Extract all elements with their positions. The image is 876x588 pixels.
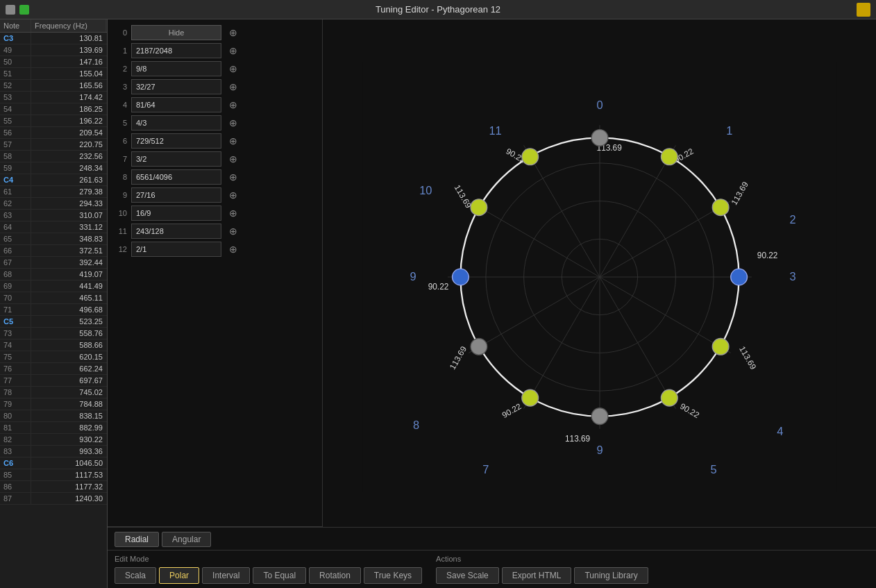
- svg-point-45: [730, 269, 747, 285]
- svg-point-48: [591, 408, 608, 424]
- note-cell-freq: 441.49: [31, 280, 106, 292]
- ratio-row: 11⊕: [115, 224, 323, 239]
- note-row: 54186.25: [0, 103, 107, 115]
- ratio-input[interactable]: [131, 242, 221, 257]
- note-row: 83993.36: [0, 446, 107, 457]
- ratio-toggle-icon[interactable]: ⊕: [226, 133, 241, 149]
- bottom-section: RadialAngular Edit Mode ScalaPolarInterv…: [108, 527, 876, 588]
- note-cell-note: 71: [0, 304, 31, 315]
- ratio-input[interactable]: [131, 79, 221, 94]
- svg-point-50: [471, 338, 487, 355]
- note-row: 50147.16: [0, 56, 107, 68]
- note-row: 55196.22: [0, 115, 107, 127]
- svg-text:90.22: 90.22: [428, 282, 448, 292]
- note-list[interactable]: Note Frequency (Hz) C3130.8149139.695014…: [0, 19, 108, 588]
- note-cell-note: 75: [0, 351, 31, 362]
- note-row: 52165.56: [0, 80, 107, 92]
- ratio-input[interactable]: [131, 205, 221, 221]
- ratio-toggle-icon[interactable]: ⊕: [226, 43, 241, 58]
- action-btn-export-html[interactable]: Export HTML: [502, 567, 572, 584]
- bottom-tab-angular[interactable]: Angular: [162, 532, 211, 547]
- maximize-button[interactable]: [19, 5, 29, 15]
- ratio-index: 2: [115, 65, 127, 73]
- note-cell-freq: 496.68: [31, 304, 106, 315]
- ratio-toggle-icon[interactable]: ⊕: [226, 25, 241, 40]
- ratio-input[interactable]: [131, 133, 221, 149]
- close-button[interactable]: [6, 5, 15, 15]
- ratio-toggle-icon[interactable]: ⊕: [226, 242, 241, 257]
- note-cell-freq: 130.81: [31, 33, 106, 44]
- note-row: 59248.34: [0, 162, 107, 174]
- note-cell-note: 62: [0, 198, 31, 209]
- ratio-toggle-icon[interactable]: ⊕: [226, 97, 241, 112]
- ratio-toggle-icon[interactable]: ⊕: [226, 115, 241, 131]
- note-cell-freq: 392.44: [31, 257, 106, 268]
- ratio-index: 10: [115, 209, 127, 217]
- action-btn-tuning-library[interactable]: Tuning Library: [574, 567, 648, 584]
- note-cell-freq: 930.22: [31, 434, 106, 445]
- note-cell-note: 83: [0, 446, 31, 457]
- note-cell-note: 63: [0, 210, 31, 221]
- action-btn-save-scale[interactable]: Save Scale: [436, 567, 499, 584]
- ratio-input[interactable]: [131, 151, 221, 167]
- note-cell-note: 87: [0, 493, 31, 504]
- ratio-input[interactable]: [131, 97, 221, 112]
- note-cell-note: 53: [0, 92, 31, 103]
- ratio-input[interactable]: [131, 61, 221, 76]
- svg-text:9: 9: [410, 269, 416, 282]
- ratio-input[interactable]: [131, 115, 221, 131]
- note-row: 57220.75: [0, 139, 107, 151]
- note-column-header: Note: [0, 19, 31, 32]
- edit-mode-label: Edit Mode: [115, 555, 422, 563]
- note-cell-note: 69: [0, 280, 31, 292]
- ratio-toggle-icon[interactable]: ⊕: [226, 151, 241, 167]
- edit-mode-btn-rotation[interactable]: Rotation: [309, 567, 361, 584]
- ratio-input[interactable]: [131, 43, 221, 58]
- edit-mode-btn-polar[interactable]: Polar: [159, 567, 199, 584]
- ratio-index: 6: [115, 137, 127, 145]
- ratio-toggle-icon[interactable]: ⊕: [226, 224, 241, 239]
- ratio-toggle-icon[interactable]: ⊕: [226, 79, 241, 94]
- note-cell-freq: 165.56: [31, 80, 106, 91]
- note-cell-freq: 139.69: [31, 44, 106, 56]
- hide-button[interactable]: Hide: [131, 25, 221, 40]
- note-row: 53174.42: [0, 92, 107, 103]
- note-cell-note: 79: [0, 398, 31, 410]
- svg-text:90.22: 90.22: [757, 250, 777, 260]
- svg-point-49: [521, 389, 538, 406]
- note-rows-container: C3130.8149139.6950147.1651155.0452165.56…: [0, 33, 107, 505]
- ratio-row: 1⊕: [115, 43, 323, 58]
- note-cell-freq: 196.22: [31, 115, 106, 126]
- note-cell-freq: 419.07: [31, 269, 106, 280]
- ratio-toggle-icon[interactable]: ⊕: [226, 205, 241, 221]
- ratio-index: 12: [115, 245, 127, 253]
- edit-mode-btn-scala[interactable]: Scala: [115, 567, 156, 584]
- ratio-input[interactable]: [131, 169, 221, 185]
- ratio-input[interactable]: [131, 187, 221, 203]
- note-list-header: Note Frequency (Hz): [0, 19, 107, 33]
- ratio-index: 4: [115, 101, 127, 109]
- edit-mode-btn-to-equal[interactable]: To Equal: [253, 567, 306, 584]
- note-cell-note: 61: [0, 186, 31, 197]
- note-row: 69441.49: [0, 280, 107, 292]
- note-row: 79784.88: [0, 398, 107, 410]
- ratio-index: 5: [115, 119, 127, 127]
- ratio-toggle-icon[interactable]: ⊕: [226, 169, 241, 185]
- note-cell-note: 65: [0, 233, 31, 244]
- note-cell-note: 67: [0, 257, 31, 268]
- ratio-row: 10⊕: [115, 205, 323, 221]
- bottom-tab-radial[interactable]: Radial: [115, 532, 159, 547]
- ratio-row: 0Hide⊕: [115, 25, 323, 40]
- note-row: 66372.51: [0, 245, 107, 257]
- ratio-toggle-icon[interactable]: ⊕: [226, 61, 241, 76]
- ratio-input[interactable]: [131, 224, 221, 239]
- edit-mode-btn-true-keys[interactable]: True Keys: [364, 567, 422, 584]
- note-cell-note: C6: [0, 457, 31, 469]
- titlebar-title: Tuning Editor - Pythagorean 12: [376, 4, 500, 15]
- note-cell-note: 58: [0, 151, 31, 162]
- note-cell-freq: 186.25: [31, 103, 106, 115]
- edit-mode-btn-interval[interactable]: Interval: [202, 567, 250, 584]
- svg-point-46: [712, 338, 729, 355]
- note-row: 68419.07: [0, 269, 107, 280]
- ratio-toggle-icon[interactable]: ⊕: [226, 187, 241, 203]
